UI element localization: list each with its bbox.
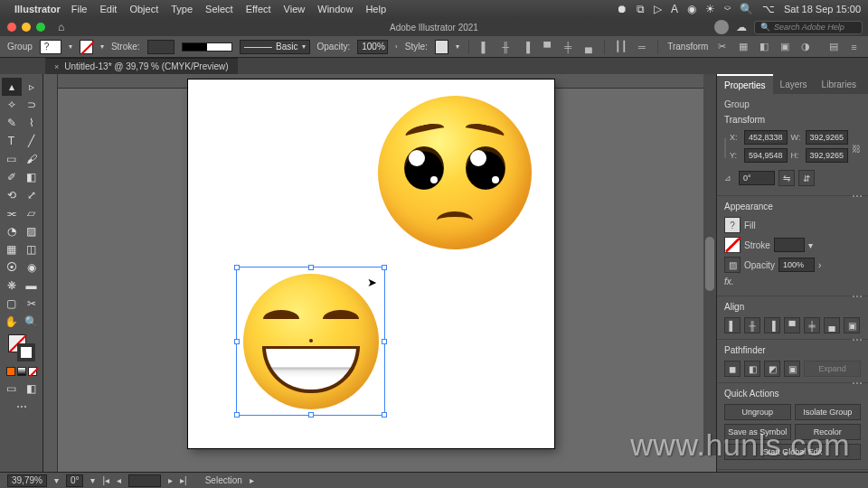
document-tab[interactable]: × Untitled-13* @ 39,79 % (CMYK/Preview) bbox=[45, 58, 238, 74]
eyedropper-tool[interactable]: ⦿ bbox=[2, 258, 22, 277]
resize-handle-sw[interactable] bbox=[234, 412, 240, 418]
menu-file[interactable]: File bbox=[71, 4, 88, 14]
arrange-docs-icon[interactable]: ▤ bbox=[826, 41, 840, 52]
artboard-number-field[interactable] bbox=[128, 474, 161, 487]
curvature-tool[interactable]: ⌇ bbox=[22, 114, 42, 132]
artboard[interactable]: ➤ bbox=[188, 80, 554, 448]
rotate-field[interactable]: 0° bbox=[739, 171, 775, 185]
color-mode-solid[interactable] bbox=[6, 367, 15, 376]
stroke-swatch[interactable] bbox=[80, 40, 93, 54]
artboard-nav-next-icon[interactable]: ▸ bbox=[168, 475, 173, 485]
stroke-profile-preview[interactable] bbox=[182, 42, 232, 52]
opacity-icon[interactable]: ▨ bbox=[724, 257, 741, 273]
fill-swatch[interactable]: ? bbox=[40, 40, 61, 54]
resize-handle-se[interactable] bbox=[382, 412, 387, 418]
sad-emoji-artwork[interactable] bbox=[378, 96, 532, 249]
select-similar-icon[interactable]: ▣ bbox=[778, 41, 791, 52]
resize-handle-nw[interactable] bbox=[234, 265, 240, 270]
tab-layers[interactable]: Layers bbox=[773, 74, 815, 94]
minimize-window-button[interactable] bbox=[22, 23, 31, 32]
rectangle-tool[interactable]: ▭ bbox=[2, 150, 22, 168]
resize-handle-e[interactable] bbox=[382, 339, 387, 344]
align-top-icon[interactable]: ▀ bbox=[541, 42, 554, 52]
align-vcenter-icon[interactable]: ╪ bbox=[561, 42, 575, 52]
isolate-group-button[interactable]: Isolate Group bbox=[795, 404, 862, 420]
pen-tool[interactable]: ✎ bbox=[2, 114, 22, 132]
gradient-tool[interactable]: ◫ bbox=[22, 240, 42, 258]
draw-mode-tool[interactable]: ◧ bbox=[22, 380, 42, 398]
help-search[interactable]: 🔍 Search Adobe Help bbox=[754, 21, 863, 34]
spotlight-icon[interactable]: 🔍 bbox=[740, 3, 753, 15]
flip-h-icon[interactable]: ⇋ bbox=[778, 170, 795, 186]
clock[interactable]: Sat 18 Sep 15:00 bbox=[784, 4, 861, 14]
distribute-h-icon[interactable]: ┃┃ bbox=[614, 41, 627, 52]
app-name[interactable]: Illustrator bbox=[14, 4, 61, 14]
align-hcenter-btn[interactable]: ╫ bbox=[744, 317, 760, 333]
align-top-btn[interactable]: ▀ bbox=[784, 317, 800, 333]
paintbrush-tool[interactable]: 🖌 bbox=[22, 150, 42, 168]
rotate-view-field[interactable]: 0° bbox=[66, 474, 84, 487]
transform-label[interactable]: Transform bbox=[667, 42, 708, 52]
lasso-tool[interactable]: ⊃ bbox=[22, 96, 42, 114]
perspective-tool[interactable]: ▨ bbox=[22, 222, 42, 240]
stroke-weight-field[interactable] bbox=[147, 40, 175, 54]
resize-handle-ne[interactable] bbox=[382, 265, 387, 270]
align-right-btn[interactable]: ▐ bbox=[764, 317, 780, 333]
ruler-vertical[interactable] bbox=[43, 74, 58, 472]
rotate-tool[interactable]: ⟲ bbox=[2, 186, 22, 204]
selection-tool[interactable]: ▴ bbox=[2, 78, 22, 96]
cloud-icon[interactable]: ☁ bbox=[736, 21, 747, 33]
lang-icon[interactable]: A bbox=[671, 3, 678, 15]
align-vcenter-btn[interactable]: ╪ bbox=[804, 317, 820, 333]
menu-window[interactable]: Window bbox=[317, 4, 353, 14]
menu-view[interactable]: View bbox=[284, 4, 306, 14]
y-field[interactable]: 594,9548 bbox=[744, 148, 788, 163]
opacity-value-panel[interactable]: 100% bbox=[778, 258, 815, 272]
user-avatar[interactable] bbox=[714, 20, 729, 34]
stroke-weight-panel[interactable] bbox=[774, 238, 805, 252]
record-icon[interactable]: ⏺ bbox=[617, 3, 627, 15]
zoom-tool[interactable]: 🔍 bbox=[22, 313, 42, 331]
pf-unite-btn[interactable]: ◼ bbox=[724, 361, 741, 377]
eraser-tool[interactable]: ◧ bbox=[22, 168, 42, 186]
panel-menu-icon[interactable]: ≡ bbox=[847, 42, 861, 52]
stroke-indicator[interactable] bbox=[17, 343, 35, 361]
mesh-tool[interactable]: ▦ bbox=[2, 240, 22, 258]
menu-type[interactable]: Type bbox=[171, 4, 193, 14]
align-to-btn[interactable]: ▣ bbox=[844, 317, 860, 333]
resize-handle-s[interactable] bbox=[308, 412, 314, 418]
tab-properties[interactable]: Properties bbox=[717, 74, 773, 94]
close-tab-icon[interactable]: × bbox=[54, 62, 59, 71]
resize-handle-w[interactable] bbox=[234, 339, 240, 344]
pf-minus-btn[interactable]: ◧ bbox=[744, 361, 760, 377]
distribute-v-icon[interactable]: ═ bbox=[635, 42, 648, 52]
opacity-field[interactable]: 100% bbox=[357, 40, 388, 54]
align-left-btn[interactable]: ▌ bbox=[724, 317, 741, 333]
scale-tool[interactable]: ⤢ bbox=[22, 186, 42, 204]
fill-dropdown-icon[interactable]: ▾ bbox=[69, 42, 72, 51]
edit-toolbar-icon[interactable]: ⋯ bbox=[4, 398, 40, 416]
isolate-icon[interactable]: ✂ bbox=[715, 41, 729, 52]
play-icon[interactable]: ▷ bbox=[654, 3, 662, 15]
artboard-nav-prev-icon[interactable]: ◂ bbox=[117, 475, 121, 485]
style-swatch[interactable] bbox=[435, 40, 448, 54]
wifi-icon[interactable]: ⌔ bbox=[724, 3, 731, 15]
home-icon[interactable]: ⌂ bbox=[58, 21, 64, 33]
menu-select[interactable]: Select bbox=[205, 4, 233, 14]
selection-bounding-box[interactable] bbox=[236, 267, 385, 416]
menu-effect[interactable]: Effect bbox=[246, 4, 271, 14]
magic-wand-tool[interactable]: ✧ bbox=[2, 96, 22, 114]
w-field[interactable]: 392,9265 bbox=[806, 130, 849, 145]
line-tool[interactable]: ╱ bbox=[22, 132, 42, 150]
vertical-scrollbar[interactable] bbox=[703, 74, 716, 455]
menu-object[interactable]: Object bbox=[129, 4, 158, 14]
recolor-button[interactable]: Recolor bbox=[795, 424, 862, 440]
stroke-swatch-panel[interactable] bbox=[724, 237, 741, 253]
link-wh-icon[interactable]: ⛓ bbox=[852, 144, 861, 154]
slice-tool[interactable]: ✂ bbox=[22, 295, 42, 313]
tab-libraries[interactable]: Libraries bbox=[815, 74, 863, 94]
fx-label[interactable]: fx. bbox=[724, 277, 734, 286]
stroke-dropdown-icon[interactable]: ▾ bbox=[100, 42, 104, 51]
pathfinder-more-icon[interactable]: ⋯ bbox=[852, 377, 863, 389]
resize-handle-n[interactable] bbox=[308, 265, 314, 270]
